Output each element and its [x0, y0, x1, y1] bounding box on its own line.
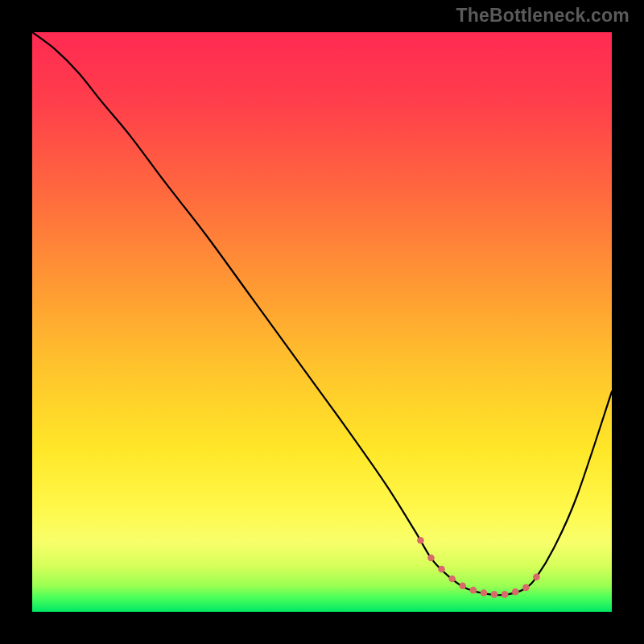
tolerance-marker — [438, 566, 445, 573]
tolerance-marker — [481, 589, 488, 597]
tolerance-marker — [533, 574, 540, 581]
tolerance-marker — [512, 588, 519, 596]
gradient-background — [32, 32, 612, 612]
tolerance-marker — [491, 591, 498, 598]
tolerance-marker — [470, 587, 477, 594]
tolerance-marker — [448, 576, 456, 583]
watermark-text: TheBottleneck.com — [456, 5, 630, 27]
chart-svg — [32, 32, 612, 612]
tolerance-marker — [522, 584, 530, 592]
tolerance-marker — [417, 537, 424, 544]
tolerance-marker — [502, 591, 509, 598]
tolerance-marker — [459, 582, 466, 589]
bottleneck-chart — [32, 32, 612, 612]
tolerance-marker — [427, 555, 435, 562]
